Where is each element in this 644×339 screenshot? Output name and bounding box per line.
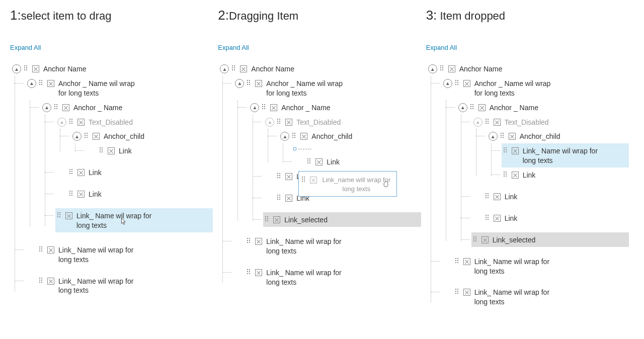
expand-all-link[interactable]: Expand All (426, 44, 457, 51)
placeholder-icon[interactable] (285, 195, 292, 202)
drag-handle-icon[interactable] (277, 173, 282, 178)
drag-handle-icon[interactable] (302, 177, 307, 182)
drag-handle-icon[interactable] (24, 65, 29, 70)
drag-handle-icon[interactable] (455, 289, 460, 294)
tree-item[interactable]: ▲ Anchor_child (487, 129, 629, 143)
tree-item-drag-source[interactable]: Link_selected (263, 212, 421, 227)
drag-handle-icon[interactable] (307, 158, 312, 163)
tree-item[interactable]: ▲ Anchor_child (70, 129, 213, 143)
tree-item[interactable]: Link_ Name wil wrap for long texts (25, 274, 213, 298)
drag-handle-icon[interactable] (69, 191, 74, 196)
tree-item-selected[interactable]: Link_ Name wil wrap for long texts (55, 208, 213, 232)
placeholder-icon[interactable] (463, 289, 470, 296)
tree-item[interactable]: Link (471, 211, 629, 225)
placeholder-icon[interactable] (93, 133, 100, 140)
tree-item-anchor-root[interactable]: ▲ Anchor Name (10, 61, 213, 76)
drag-handle-icon[interactable] (486, 215, 491, 220)
collapse-icon[interactable]: ▲ (235, 79, 244, 88)
tree-item[interactable]: Link (502, 167, 629, 182)
tree-item[interactable]: Link_ Name wil wrap for long texts (233, 265, 421, 289)
tree-item[interactable]: ▲ Anchor_child (278, 129, 421, 143)
tree-item[interactable]: Link (471, 189, 629, 204)
drag-handle-icon[interactable] (247, 238, 252, 243)
tree-item-previous-slot[interactable]: Link_selected (471, 232, 629, 247)
drag-handle-icon[interactable] (504, 172, 509, 177)
tree-item[interactable]: Link (293, 154, 421, 169)
placeholder-icon[interactable] (77, 169, 85, 176)
tree-item[interactable]: Link_ Name wil wrap for long texts (441, 285, 629, 309)
collapse-icon[interactable]: ▲ (250, 103, 259, 112)
collapse-icon[interactable]: ▲ (220, 64, 229, 73)
placeholder-icon[interactable] (315, 158, 323, 165)
placeholder-icon[interactable] (255, 269, 262, 276)
placeholder-icon[interactable] (448, 65, 455, 72)
placeholder-icon[interactable] (512, 172, 519, 179)
drag-handle-icon[interactable] (39, 278, 44, 283)
drag-handle-icon[interactable] (262, 104, 267, 109)
placeholder-icon[interactable] (463, 258, 470, 265)
tree-item-anchor-root[interactable]: ▲ Anchor Name (218, 61, 421, 76)
drag-handle-icon[interactable] (85, 133, 90, 138)
placeholder-icon[interactable] (478, 104, 486, 111)
drag-handle-icon[interactable] (100, 147, 105, 152)
drag-handle-icon[interactable] (440, 65, 445, 70)
tree-item[interactable]: ▲ Anchor _ Name (456, 100, 629, 115)
drag-handle-icon[interactable] (473, 236, 478, 241)
drag-handle-icon[interactable] (54, 104, 59, 109)
drag-handle-icon[interactable] (501, 133, 506, 138)
placeholder-icon[interactable] (512, 147, 519, 154)
tree-item[interactable]: Link_ Name wil wrap for long texts (441, 254, 629, 278)
tree-item[interactable]: ▲ Anchor _ Name (248, 100, 421, 115)
placeholder-icon[interactable] (77, 191, 85, 198)
placeholder-icon[interactable] (463, 80, 470, 87)
collapse-icon[interactable]: ▲ (280, 132, 289, 141)
expand-all-link[interactable]: Expand All (218, 44, 249, 51)
drag-handle-icon[interactable] (486, 193, 491, 198)
tree-item[interactable]: Link_ Name wil wrap for long texts (25, 242, 213, 267)
drag-handle-icon[interactable] (39, 80, 44, 85)
drag-handle-icon[interactable] (39, 246, 44, 251)
drag-handle-icon[interactable] (265, 216, 270, 221)
placeholder-icon[interactable] (47, 278, 54, 285)
drag-ghost[interactable]: Link_name will wrap for long texts (298, 171, 397, 197)
collapse-icon[interactable]: ▲ (443, 79, 452, 88)
tree-item[interactable]: ▲ Anchor _ Name wil wrap for long texts (233, 76, 421, 100)
expand-all-link[interactable]: Expand All (10, 44, 41, 51)
placeholder-icon[interactable] (240, 65, 247, 72)
placeholder-icon[interactable] (494, 215, 501, 222)
drag-handle-icon[interactable] (504, 147, 509, 152)
collapse-icon[interactable]: ▲ (72, 132, 82, 141)
placeholder-icon[interactable] (509, 133, 516, 140)
tree-item[interactable]: Link (55, 187, 213, 201)
placeholder-icon[interactable] (108, 147, 115, 154)
placeholder-icon[interactable] (273, 216, 280, 223)
collapse-icon[interactable]: ▲ (12, 64, 21, 73)
tree-item[interactable]: ▲ Anchor _ Name (40, 100, 213, 115)
placeholder-icon[interactable] (47, 246, 54, 253)
tree-item-dropped[interactable]: Link_ Name wil wrap for long texts (502, 143, 629, 167)
placeholder-icon[interactable] (270, 104, 277, 111)
collapse-icon[interactable]: ▲ (489, 132, 498, 141)
drag-handle-icon[interactable] (69, 169, 74, 174)
drag-handle-icon[interactable] (247, 269, 252, 274)
collapse-icon[interactable]: ▲ (27, 79, 36, 88)
drag-handle-icon[interactable] (292, 133, 297, 138)
drag-handle-icon[interactable] (455, 258, 460, 263)
collapse-icon[interactable]: ▲ (428, 64, 437, 73)
collapse-icon[interactable]: ▲ (42, 103, 51, 112)
drag-handle-icon[interactable] (232, 65, 237, 70)
tree-item[interactable]: ▲ Anchor _ Name wil wrap for long texts (25, 76, 213, 100)
placeholder-icon[interactable] (65, 212, 72, 219)
drag-handle-icon[interactable] (455, 80, 460, 85)
tree-item[interactable]: Link (86, 143, 213, 158)
placeholder-icon[interactable] (62, 104, 69, 111)
tree-item[interactable]: Link (55, 165, 213, 180)
placeholder-icon[interactable] (255, 80, 262, 87)
drag-handle-icon[interactable] (470, 104, 475, 109)
collapse-icon[interactable]: ▲ (458, 103, 467, 112)
drag-handle-icon[interactable] (57, 212, 62, 217)
drop-target-slot[interactable] (293, 143, 421, 154)
drag-handle-icon[interactable] (277, 195, 282, 200)
tree-item-anchor-root[interactable]: ▲ Anchor Name (426, 61, 629, 76)
placeholder-icon[interactable] (255, 238, 262, 245)
